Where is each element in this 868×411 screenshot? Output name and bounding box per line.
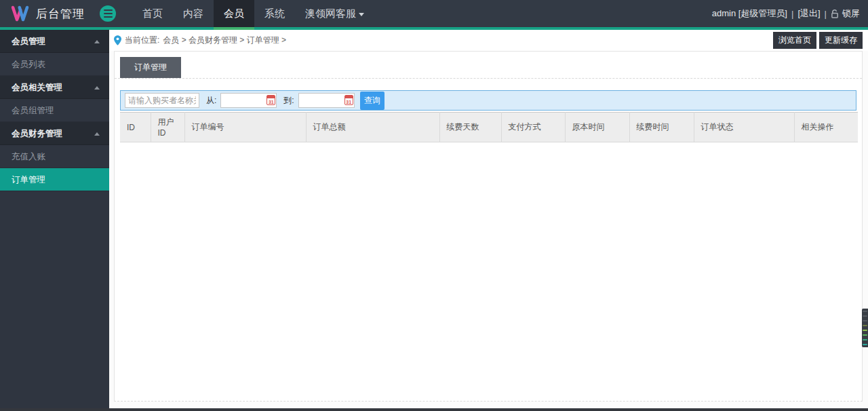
search-bar: 从: 到: 查询 xyxy=(120,90,856,111)
location-pin-icon xyxy=(114,35,121,45)
sidebar-toggle-button[interactable] xyxy=(100,5,116,22)
floating-widget[interactable] xyxy=(862,309,868,347)
brand-logo-icon xyxy=(11,5,29,22)
nav-item-home[interactable]: 首页 xyxy=(132,0,173,27)
bottom-strip xyxy=(0,408,868,411)
sidebar-item-recharge[interactable]: 充值入账 xyxy=(0,145,109,168)
lock-screen-button[interactable]: 锁屏 xyxy=(831,7,860,20)
to-label: 到: xyxy=(283,95,294,106)
from-label: 从: xyxy=(206,95,216,106)
nav-item-members[interactable]: 会员 xyxy=(214,0,254,27)
sidebar-item-member-group[interactable]: 会员组管理 xyxy=(0,99,109,122)
col-order-no: 订单编号 xyxy=(184,113,306,142)
main-nav: 首页 内容 会员 系统 澳领网客服 xyxy=(132,0,374,27)
topbar: 后台管理 首页 内容 会员 系统 澳领网客服 admin [超级管理员] | [… xyxy=(0,0,868,27)
topbar-accent-line xyxy=(0,27,868,30)
sidebar-item-order-management[interactable]: 订单管理 xyxy=(0,168,109,191)
orders-table-wrap: ID 用户ID 订单编号 订单总额 续费天数 支付方式 原本时间 续费时间 订单… xyxy=(120,112,856,142)
browse-home-button[interactable]: 浏览首页 xyxy=(773,32,816,49)
buyer-keyword-input[interactable] xyxy=(125,93,199,108)
from-date-wrap xyxy=(220,93,277,108)
col-renew-time: 续费时间 xyxy=(629,113,694,142)
sidebar-item-member-list[interactable]: 会员列表 xyxy=(0,53,109,76)
chevron-up-icon xyxy=(94,86,100,90)
breadcrumb-prefix: 当前位置: xyxy=(125,35,159,46)
main-content: 当前位置: 会员 > 会员财务管理 > 订单管理 > 浏览首页 更新缓存 订单管… xyxy=(109,30,868,408)
calendar-icon[interactable] xyxy=(267,95,275,105)
breadcrumb-bar: 当前位置: 会员 > 会员财务管理 > 订单管理 > 浏览首页 更新缓存 xyxy=(109,30,868,51)
nav-item-system[interactable]: 系统 xyxy=(254,0,295,27)
col-pay-method: 支付方式 xyxy=(501,113,565,142)
col-user-id: 用户ID xyxy=(151,113,184,142)
calendar-icon[interactable] xyxy=(344,95,353,105)
chevron-up-icon xyxy=(94,132,100,136)
sidebar-group-member-management[interactable]: 会员管理 xyxy=(0,30,109,53)
breadcrumb-path[interactable]: 会员 > 会员财务管理 > 订单管理 > xyxy=(163,35,286,46)
chevron-down-icon xyxy=(359,13,364,16)
nav-item-service-dropdown[interactable]: 澳领网客服 xyxy=(295,0,374,27)
query-button[interactable]: 查询 xyxy=(360,92,384,110)
col-original-time: 原本时间 xyxy=(565,113,629,142)
col-operations: 相关操作 xyxy=(794,113,858,142)
col-order-status: 订单状态 xyxy=(694,113,794,142)
tab-row: 订单管理 xyxy=(115,52,862,79)
orders-table: ID 用户ID 订单编号 订单总额 续费天数 支付方式 原本时间 续费时间 订单… xyxy=(120,112,858,142)
col-order-total: 订单总额 xyxy=(306,113,439,142)
top-actions: 浏览首页 更新缓存 xyxy=(773,32,863,49)
sidebar-group-member-finance[interactable]: 会员财务管理 xyxy=(0,122,109,145)
table-header-row: ID 用户ID 订单编号 订单总额 续费天数 支付方式 原本时间 续费时间 订单… xyxy=(120,113,858,142)
brand-title: 后台管理 xyxy=(36,6,85,22)
nav-item-content[interactable]: 内容 xyxy=(173,0,214,27)
col-renew-days: 续费天数 xyxy=(439,113,501,142)
col-id: ID xyxy=(120,113,151,142)
sidebar-group-member-related[interactable]: 会员相关管理 xyxy=(0,76,109,99)
chevron-up-icon xyxy=(94,40,100,43)
admin-screen: 后台管理 首页 内容 会员 系统 澳领网客服 admin [超级管理员] | [… xyxy=(0,0,868,411)
user-area: admin [超级管理员] | [退出] | 锁屏 xyxy=(712,7,860,20)
content-panel: 订单管理 从: 到: 查询 xyxy=(114,51,863,402)
logout-link[interactable]: [退出] xyxy=(797,7,820,20)
user-name: admin [超级管理员] xyxy=(712,7,787,20)
unlock-icon xyxy=(831,9,840,18)
tab-order-management[interactable]: 订单管理 xyxy=(120,57,181,78)
to-date-wrap xyxy=(298,93,355,108)
sidebar: 会员管理 会员列表 会员相关管理 会员组管理 会员财务管理 充值入账 订单管理 xyxy=(0,30,109,408)
update-cache-button[interactable]: 更新缓存 xyxy=(819,32,863,49)
